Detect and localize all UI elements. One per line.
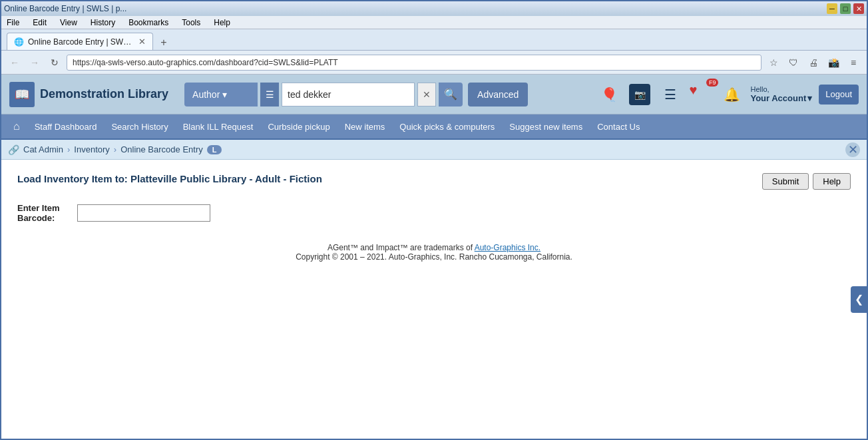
nav-contact-us[interactable]: Contact Us: [590, 118, 646, 136]
heart-symbol: ♥: [689, 83, 697, 97]
screenshot-button[interactable]: 📸: [825, 55, 841, 71]
footer-line1: AGent™ and Impact™ are trademarks of Aut…: [17, 243, 851, 252]
cat-admin-icon: 🔗: [8, 144, 19, 155]
menu-history[interactable]: History: [88, 18, 118, 27]
page-header-row: Load Inventory Item to: Platteville Publ…: [17, 173, 851, 190]
breadcrumb-bar: 🔗 Cat Admin › Inventory › Online Barcode…: [1, 140, 867, 160]
barcode-scan-icon[interactable]: 📷: [628, 83, 652, 107]
your-account-label: Your Account ▾: [750, 93, 812, 103]
tab-bar: 🌐 Online Barcode Entry | SWLS | p ✕ +: [1, 29, 867, 51]
address-bar: ← → ↻ ☆ 🛡 🖨 📸 ≡: [1, 51, 867, 75]
page-title: Load Inventory Item to: Platteville Publ…: [17, 173, 322, 184]
nav-staff-dashboard[interactable]: Staff Dashboard: [28, 118, 104, 136]
bookmark-icon[interactable]: ☆: [765, 55, 781, 71]
app-header: 📖 Demonstration Library Author ▾ ☰ ✕ 🔍 A…: [1, 75, 867, 114]
shield-icon: 🛡: [785, 55, 801, 71]
breadcrumb-online-barcode-entry[interactable]: Online Barcode Entry: [120, 144, 203, 154]
search-go-button[interactable]: 🔍: [439, 83, 463, 107]
nav-home-icon[interactable]: ⌂: [7, 116, 27, 136]
title-bar: Online Barcode Entry | SWLS | p... ─ □ ✕: [1, 1, 867, 16]
chevron-down-icon: ▾: [222, 89, 227, 100]
menu-bar: File Edit View History Bookmarks Tools H…: [1, 16, 867, 29]
nav-search-history[interactable]: Search History: [105, 118, 174, 136]
main-content: Load Inventory Item to: Platteville Publ…: [1, 160, 867, 439]
collapse-sidebar-button[interactable]: ❮: [851, 286, 867, 313]
logout-button[interactable]: Logout: [819, 85, 859, 105]
breadcrumb-cat-admin[interactable]: Cat Admin: [23, 144, 63, 154]
action-buttons: Submit Help: [762, 173, 851, 190]
hello-text: Hello,: [750, 85, 769, 93]
app-content: 📖 Demonstration Library Author ▾ ☰ ✕ 🔍 A…: [1, 75, 867, 439]
barcode-label: Enter Item Barcode:: [17, 203, 71, 223]
account-chevron-icon: ▾: [807, 93, 812, 103]
heart-icon[interactable]: ♥ F9: [689, 83, 713, 107]
account-area[interactable]: Hello, Your Account ▾: [750, 85, 812, 103]
nav-curbside-pickup[interactable]: Curbside pickup: [261, 118, 336, 136]
tab-label: Online Barcode Entry | SWLS | p: [28, 37, 134, 47]
browser-menu-button[interactable]: ≡: [845, 55, 861, 71]
advanced-search-button[interactable]: Advanced: [468, 83, 528, 107]
title-text: Online Barcode Entry | SWLS | p...: [4, 4, 126, 13]
balloon-icon[interactable]: 🎈: [597, 83, 621, 107]
nav-new-items[interactable]: New items: [338, 118, 392, 136]
print-button[interactable]: 🖨: [805, 55, 821, 71]
library-name: Demonstration Library: [40, 87, 168, 101]
maximize-button[interactable]: □: [840, 3, 851, 14]
nav-bar: ⌂ Staff Dashboard Search History Blank I…: [1, 114, 867, 140]
breadcrumb-inventory[interactable]: Inventory: [74, 144, 109, 154]
barcode-input[interactable]: [77, 204, 210, 222]
close-button[interactable]: ✕: [853, 3, 864, 14]
search-magnifier-icon: 🔍: [444, 88, 457, 101]
menu-tools[interactable]: Tools: [179, 18, 203, 27]
list-icon[interactable]: ☰: [658, 83, 682, 107]
bell-icon[interactable]: 🔔: [720, 83, 744, 107]
browser-tab[interactable]: 🌐 Online Barcode Entry | SWLS | p ✕: [7, 33, 153, 50]
menu-file[interactable]: File: [4, 18, 22, 27]
barcode-scanner: 📷: [629, 84, 650, 105]
menu-edit[interactable]: Edit: [30, 18, 49, 27]
reload-button[interactable]: ↻: [47, 55, 63, 71]
minimize-button[interactable]: ─: [827, 3, 837, 14]
search-type-label: Author: [192, 89, 220, 100]
menu-help[interactable]: Help: [211, 18, 233, 27]
close-tab-icon[interactable]: ✕: [138, 37, 146, 46]
forward-button[interactable]: →: [27, 55, 43, 71]
search-area: Author ▾ ☰ ✕ 🔍 Advanced: [184, 83, 592, 107]
browser-window: Online Barcode Entry | SWLS | p... ─ □ ✕…: [0, 0, 868, 440]
f9-badge: F9: [706, 79, 719, 87]
back-button[interactable]: ←: [7, 55, 23, 71]
tab-favicon: 🌐: [14, 37, 24, 47]
breadcrumb-sep-1: ›: [67, 144, 70, 154]
menu-bookmarks[interactable]: Bookmarks: [126, 18, 171, 27]
nav-quick-picks[interactable]: Quick picks & computers: [393, 118, 501, 136]
library-logo: 📖: [9, 82, 35, 107]
barcode-form-row: Enter Item Barcode:: [17, 203, 851, 223]
auto-graphics-link[interactable]: Auto-Graphics Inc.: [475, 243, 541, 252]
nav-suggest-new-items[interactable]: Suggest new items: [503, 118, 589, 136]
search-input[interactable]: [282, 83, 415, 107]
search-type-dropdown[interactable]: Author ▾: [184, 83, 258, 107]
address-input[interactable]: [67, 55, 761, 71]
search-clear-button[interactable]: ✕: [417, 83, 436, 107]
header-right-icons: 🎈 📷 ☰ ♥ F9 🔔 Hello, Your Account ▾: [597, 83, 859, 107]
new-tab-button[interactable]: +: [156, 35, 172, 50]
footer: AGent™ and Impact™ are trademarks of Aut…: [17, 243, 851, 262]
menu-view[interactable]: View: [57, 18, 80, 27]
nav-blank-ill-request[interactable]: Blank ILL Request: [176, 118, 260, 136]
breadcrumb-close-button[interactable]: ✕: [845, 142, 860, 157]
help-button[interactable]: Help: [813, 173, 851, 190]
breadcrumb-badge: L: [207, 145, 222, 154]
window-controls: ─ □ ✕: [827, 3, 864, 14]
footer-line2: Copyright © 2001 – 2021. Auto-Graphics, …: [17, 252, 851, 262]
submit-button[interactable]: Submit: [762, 173, 809, 190]
search-format-icon: ☰: [260, 83, 279, 107]
breadcrumb-sep-2: ›: [114, 144, 116, 154]
